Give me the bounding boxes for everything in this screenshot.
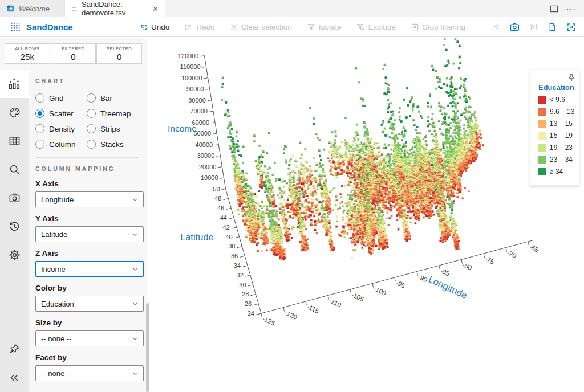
data-table-icon	[9, 135, 21, 147]
legend-row[interactable]: 13 – 15	[538, 120, 575, 128]
legend-label: 15 – 19	[550, 132, 573, 140]
rail-pin-button[interactable]	[0, 335, 29, 364]
undo-button[interactable]: Undo	[139, 23, 169, 31]
more-actions-icon[interactable]: ···	[566, 4, 576, 13]
rail-collapse-button[interactable]	[0, 364, 29, 392]
legend-label: 19 – 23	[550, 144, 573, 152]
chevron-down-icon	[132, 335, 139, 342]
radio-label: Treemap	[100, 109, 131, 118]
dropdown-value: Latitude	[41, 230, 132, 239]
radio-icon	[87, 124, 96, 133]
rail-chart-button[interactable]	[0, 70, 29, 98]
legend-label: 9.6 – 13	[550, 108, 574, 116]
sidebar-scrollbar[interactable]	[146, 303, 149, 392]
redo-icon	[184, 23, 193, 31]
camera-snapshot-icon[interactable]	[510, 22, 520, 32]
chart-settings-panel: CHART Grid Bar Scatter Treemap Density S…	[29, 70, 147, 392]
tab-sanddance-demovote[interactable]: SandDance: demovote.tsv ✕	[65, 0, 165, 17]
chart-type-treemap[interactable]: Treemap	[87, 109, 138, 118]
legend-row[interactable]: 23 – 34	[538, 156, 575, 164]
x-axis-group: X Axis Longitude	[35, 179, 140, 207]
scatter-3d-chart[interactable]: 5010000200003000040000500006000070000800…	[147, 38, 584, 392]
chart-type-strips[interactable]: Strips	[87, 124, 138, 133]
fly-mode-icon[interactable]	[566, 22, 576, 32]
radio-icon	[35, 109, 44, 118]
chart-section-title: CHART	[35, 77, 140, 84]
legend-label: < 9.6	[550, 96, 565, 104]
chart-type-grid[interactable]: Grid	[35, 93, 87, 103]
tab-welcome[interactable]: Welcome	[0, 0, 65, 17]
split-editor-icon[interactable]	[550, 5, 558, 13]
app-title: SandDance	[26, 22, 73, 32]
redo-label: Redo	[196, 23, 214, 31]
stat-value: 25k	[21, 52, 34, 62]
rail-snapshots-button[interactable]	[0, 183, 29, 212]
stat-value: 0	[117, 52, 121, 62]
radio-label: Column	[49, 140, 76, 149]
redo-button[interactable]: Redo	[184, 23, 214, 31]
scatter-points-canvas[interactable]	[147, 38, 584, 392]
snapshots-camera-icon	[9, 192, 21, 204]
z-axis-dropdown[interactable]: Income	[35, 261, 144, 277]
rail-data-button[interactable]	[0, 126, 29, 155]
chart-type-column[interactable]: Column	[35, 140, 87, 149]
x-axis-dropdown[interactable]: Longitude	[35, 191, 144, 207]
history-icon	[9, 220, 21, 232]
color-by-dropdown[interactable]: Education	[35, 296, 144, 312]
legend-label: ≥ 34	[550, 168, 563, 175]
legend-row[interactable]: ≥ 34	[538, 168, 575, 175]
isolate-button[interactable]: Isolate	[307, 23, 342, 31]
exclude-button[interactable]: Exclude	[356, 23, 396, 31]
close-icon[interactable]: ✕	[152, 5, 159, 13]
size-by-dropdown[interactable]: -- none --	[35, 330, 144, 346]
stats-bar: ALL ROWS 25k FILTERED 0 SELECTED 0	[0, 38, 147, 70]
settings-gear-icon	[9, 249, 21, 261]
chart-type-scatter[interactable]: Scatter	[35, 109, 87, 118]
stop-filter-icon	[411, 23, 419, 31]
legend-pin-icon[interactable]	[567, 74, 575, 81]
legend-row[interactable]: < 9.6	[538, 96, 575, 104]
chart-type-bar[interactable]: Bar	[87, 93, 138, 103]
rail-search-button[interactable]	[0, 155, 29, 183]
rail-settings-button[interactable]	[0, 240, 29, 269]
legend-swatch	[538, 108, 546, 116]
column-mapping-title: COLUMN MAPPING	[35, 165, 140, 172]
chart-type-stacks[interactable]: Stacks	[87, 140, 138, 149]
pin-icon	[9, 344, 20, 355]
legend-row[interactable]: 19 – 23	[538, 144, 575, 152]
chart-type-density[interactable]: Density	[35, 124, 87, 133]
stop-filtering-button[interactable]: Stop filtering	[411, 23, 465, 31]
stat-selected: SELECTED 0	[96, 43, 142, 64]
next-snapshot-icon[interactable]	[529, 22, 538, 31]
icon-rail	[0, 70, 29, 392]
sanddance-toolbar: SandDance Undo Redo Clear selection Isol…	[0, 17, 584, 37]
legend-swatch	[538, 96, 546, 104]
tab-label: Welcome	[19, 5, 50, 13]
chevron-down-icon	[132, 300, 139, 307]
rail-color-button[interactable]	[0, 98, 29, 126]
search-icon	[9, 164, 21, 175]
legend-panel: Education < 9.69.6 – 1313 – 1515 – 1919 …	[530, 70, 579, 186]
radio-icon	[35, 93, 44, 103]
legend-row[interactable]: 9.6 – 13	[538, 108, 575, 116]
radio-icon	[87, 93, 96, 103]
legend-title: Education	[538, 83, 575, 92]
facet-by-group: Facet by -- none --	[35, 353, 140, 381]
stat-label: SELECTED	[107, 46, 132, 51]
rail-history-button[interactable]	[0, 212, 29, 240]
y-axis-dropdown[interactable]: Latitude	[35, 226, 144, 242]
legend-swatch	[538, 156, 546, 164]
clear-selection-button[interactable]: Clear selection	[230, 23, 292, 31]
facet-by-dropdown[interactable]: -- none --	[35, 365, 144, 381]
legend-row[interactable]: 15 – 19	[538, 132, 575, 140]
clear-x-icon	[230, 23, 238, 31]
exclude-label: Exclude	[368, 23, 396, 31]
dropdown-value: -- none --	[41, 369, 132, 378]
radio-label: Bar	[100, 94, 112, 103]
legend-swatch	[538, 120, 546, 128]
size-by-label: Size by	[35, 318, 140, 327]
previous-snapshot-icon[interactable]	[491, 22, 500, 31]
collapse-double-chevron-icon	[9, 372, 20, 383]
new-file-icon[interactable]	[548, 23, 557, 31]
legend-swatch	[538, 144, 546, 152]
